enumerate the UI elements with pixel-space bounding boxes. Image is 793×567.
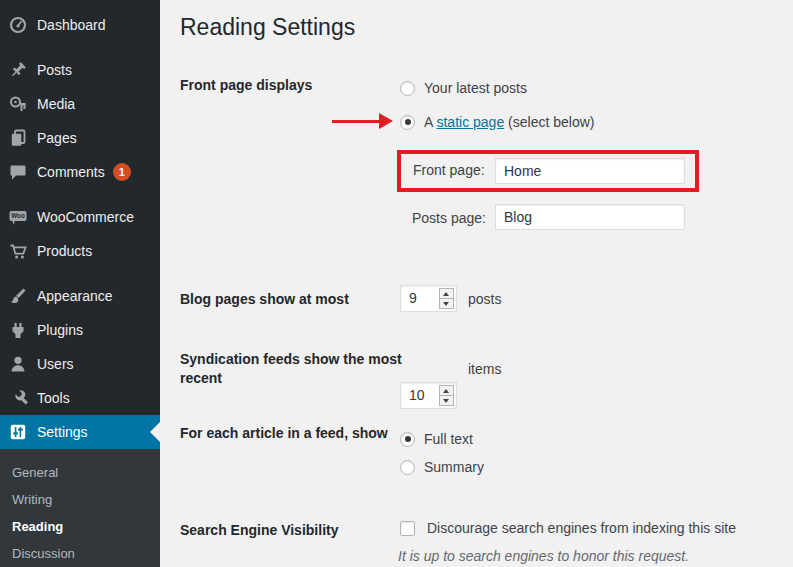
blog-pages-unit: posts bbox=[468, 291, 501, 307]
sidebar-item-dashboard[interactable]: Dashboard bbox=[0, 8, 160, 42]
option-full-text[interactable]: Full text bbox=[400, 431, 473, 447]
sidebar-item-label: Tools bbox=[37, 390, 70, 406]
comments-count-badge: 1 bbox=[113, 163, 131, 181]
sidebar-item-label: Products bbox=[37, 243, 92, 259]
posts-page-field-label: Posts page: bbox=[412, 210, 486, 226]
plugins-icon bbox=[8, 320, 28, 340]
static-page-label-suffix: (select below) bbox=[504, 114, 594, 130]
pin-icon bbox=[8, 60, 28, 80]
sidebar-item-label: WooCommerce bbox=[37, 209, 134, 225]
stepper-up-icon[interactable] bbox=[440, 386, 453, 396]
sidebar-item-comments[interactable]: Comments 1 bbox=[0, 155, 160, 189]
front-page-field-label: Front page: bbox=[413, 162, 485, 178]
settings-submenu: General Writing Reading Discussion bbox=[0, 449, 160, 567]
submenu-item-discussion[interactable]: Discussion bbox=[0, 540, 160, 567]
full-text-radio[interactable] bbox=[400, 432, 415, 447]
discourage-indexing-checkbox[interactable] bbox=[400, 521, 415, 536]
static-page-label: A static page (select below) bbox=[424, 114, 594, 130]
sidebar-item-products[interactable]: Products bbox=[0, 234, 160, 268]
static-page-radio[interactable] bbox=[400, 115, 415, 130]
front-page-input[interactable] bbox=[495, 158, 685, 184]
main-content: Reading Settings Front page displays You… bbox=[160, 0, 793, 567]
blog-pages-stepper[interactable]: 9 bbox=[400, 285, 457, 312]
sidebar-item-media[interactable]: Media bbox=[0, 87, 160, 121]
discourage-indexing-option[interactable]: Discourage search engines from indexing … bbox=[400, 520, 736, 536]
comments-icon bbox=[8, 162, 28, 182]
option-summary[interactable]: Summary bbox=[400, 459, 484, 475]
annotation-arrow-head bbox=[379, 113, 393, 129]
syndication-value: 10 bbox=[409, 383, 425, 408]
static-page-link[interactable]: static page bbox=[436, 114, 504, 130]
front-page-displays-label: Front page displays bbox=[180, 76, 405, 95]
page-title: Reading Settings bbox=[180, 13, 355, 42]
cart-icon bbox=[8, 241, 28, 261]
submenu-item-writing[interactable]: Writing bbox=[0, 486, 160, 513]
sidebar-item-label: Plugins bbox=[37, 322, 83, 338]
settings-icon bbox=[8, 422, 28, 442]
submenu-item-general[interactable]: General bbox=[0, 459, 160, 486]
option-static-page[interactable]: A static page (select below) bbox=[400, 114, 594, 130]
sidebar-item-plugins[interactable]: Plugins bbox=[0, 313, 160, 347]
sidebar-item-label: Posts bbox=[37, 62, 72, 78]
stepper-down-icon[interactable] bbox=[440, 299, 453, 308]
summary-radio[interactable] bbox=[400, 460, 415, 475]
posts-page-input[interactable] bbox=[495, 204, 685, 230]
woocommerce-icon: Woo bbox=[8, 207, 28, 227]
submenu-item-reading[interactable]: Reading bbox=[0, 513, 160, 540]
syndication-stepper[interactable]: 10 bbox=[400, 382, 457, 409]
stepper-down-icon[interactable] bbox=[440, 396, 453, 405]
dashboard-icon bbox=[8, 15, 28, 35]
sidebar-item-label: Media bbox=[37, 96, 75, 112]
sidebar-item-label: Comments bbox=[37, 164, 105, 180]
latest-posts-radio[interactable] bbox=[400, 81, 415, 96]
syndication-label: Syndication feeds show the most recent bbox=[180, 350, 405, 388]
users-icon bbox=[8, 354, 28, 374]
appearance-icon bbox=[8, 286, 28, 306]
static-page-label-prefix: A bbox=[424, 114, 436, 130]
menu-separator bbox=[0, 42, 160, 53]
blog-pages-label: Blog pages show at most bbox=[180, 290, 405, 309]
media-icon bbox=[8, 94, 28, 114]
sidebar-item-pages[interactable]: Pages bbox=[0, 121, 160, 155]
admin-sidebar: Dashboard Posts Media Pages Comments bbox=[0, 0, 160, 567]
feed-article-label: For each article in a feed, show bbox=[180, 424, 395, 443]
menu-separator bbox=[0, 189, 160, 200]
sidebar-item-appearance[interactable]: Appearance bbox=[0, 279, 160, 313]
annotation-arrow-line bbox=[332, 120, 379, 123]
menu-separator bbox=[0, 268, 160, 279]
sidebar-item-settings[interactable]: Settings bbox=[0, 415, 160, 449]
option-your-latest-posts[interactable]: Your latest posts bbox=[400, 80, 527, 96]
sidebar-item-posts[interactable]: Posts bbox=[0, 53, 160, 87]
sidebar-item-users[interactable]: Users bbox=[0, 347, 160, 381]
sidebar-item-label: Settings bbox=[37, 424, 88, 440]
sidebar-item-label: Appearance bbox=[37, 288, 113, 304]
stepper-arrows[interactable] bbox=[439, 288, 454, 309]
wrench-icon bbox=[8, 388, 28, 408]
pages-icon bbox=[8, 128, 28, 148]
full-text-label: Full text bbox=[424, 431, 473, 447]
blog-pages-value: 9 bbox=[409, 286, 417, 311]
stepper-up-icon[interactable] bbox=[440, 289, 453, 299]
syndication-unit: items bbox=[468, 361, 501, 377]
stepper-arrows[interactable] bbox=[439, 385, 454, 406]
active-item-notch bbox=[150, 422, 160, 442]
sidebar-item-woocommerce[interactable]: Woo WooCommerce bbox=[0, 200, 160, 234]
latest-posts-label: Your latest posts bbox=[424, 80, 527, 96]
sidebar-item-label: Users bbox=[37, 356, 74, 372]
summary-label: Summary bbox=[424, 459, 484, 475]
search-visibility-note: It is up to search engines to honor this… bbox=[398, 548, 689, 564]
svg-text:Woo: Woo bbox=[11, 212, 25, 219]
sidebar-item-label: Pages bbox=[37, 130, 77, 146]
sidebar-item-tools[interactable]: Tools bbox=[0, 381, 160, 415]
admin-menu: Dashboard Posts Media Pages Comments bbox=[0, 8, 160, 449]
sidebar-item-label: Dashboard bbox=[37, 17, 106, 33]
search-visibility-label: Search Engine Visibility bbox=[180, 521, 405, 540]
discourage-indexing-label: Discourage search engines from indexing … bbox=[427, 520, 736, 536]
